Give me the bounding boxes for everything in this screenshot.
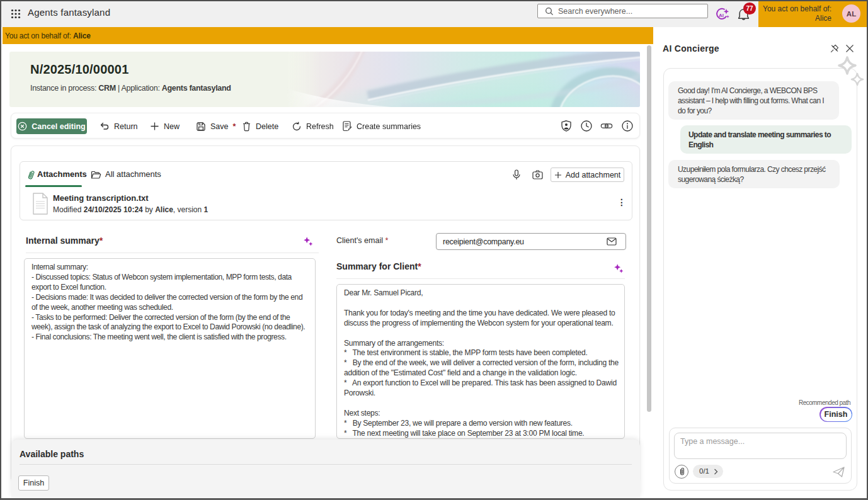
svg-text:AI: AI (719, 13, 724, 18)
